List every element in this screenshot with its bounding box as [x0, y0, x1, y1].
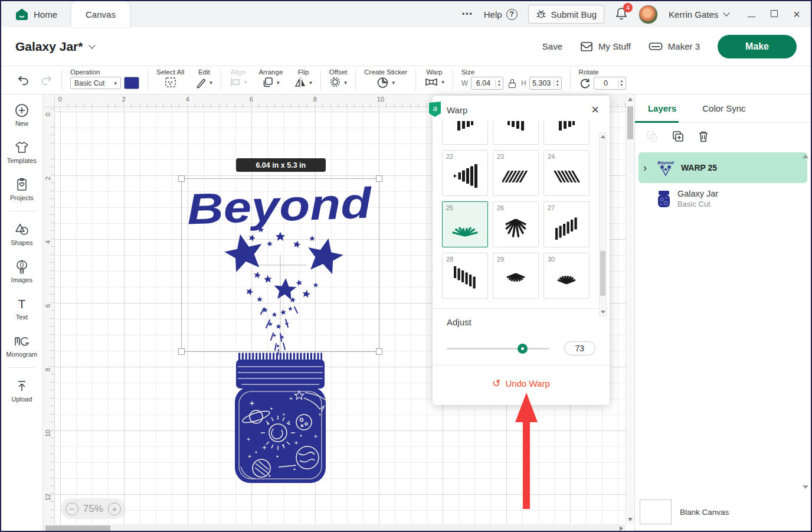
monogram-icon [13, 334, 31, 349]
undo-icon[interactable] [17, 74, 30, 86]
height-step-down[interactable]: ▼ [554, 83, 561, 87]
warp-style-tile-22[interactable]: 22 [442, 150, 488, 196]
warp-style-tile-partial[interactable] [442, 121, 488, 145]
adjust-slider-thumb[interactable] [518, 344, 528, 354]
tab-layers[interactable]: Layers [635, 94, 689, 122]
project-title-menu[interactable]: Galaxy Jar* [15, 40, 94, 54]
trash-icon[interactable] [698, 130, 709, 143]
hscroll-thumb[interactable] [45, 526, 110, 532]
help-button[interactable]: Help ? [484, 9, 518, 20]
select-all-icon [164, 77, 177, 89]
arrange-button[interactable]: Arrange ▾ [253, 66, 289, 94]
edit-button[interactable]: Edit ▾ [190, 66, 218, 94]
operation-select[interactable]: Basic Cut ▾ [70, 77, 121, 89]
scroll-down-arrow[interactable] [628, 518, 633, 521]
adjust-slider[interactable] [447, 348, 549, 350]
canvas-tab-label: Canvas [86, 9, 116, 19]
warp-style-tile-23[interactable]: 23 [493, 150, 539, 196]
selection-bounding-box[interactable] [181, 178, 379, 352]
sidebar-item-text[interactable]: T Text [14, 296, 30, 321]
warp-scroll-down-arrow[interactable] [601, 311, 605, 314]
make-button[interactable]: Make [718, 35, 797, 58]
selection-handle-bottom-left[interactable] [178, 348, 185, 355]
tab-home[interactable]: Home [1, 1, 71, 27]
warp-style-tile-29[interactable]: 29 [493, 253, 539, 299]
sidebar-item-new[interactable]: New [14, 103, 30, 127]
arrange-icon [262, 77, 274, 88]
tab-canvas[interactable]: Canvas [71, 1, 130, 27]
sidebar-item-shapes[interactable]: Shapes [11, 222, 32, 246]
warp-scroll-thumb[interactable] [600, 251, 605, 296]
warp-style-tile-27[interactable]: 27 [543, 201, 590, 247]
zoom-out-button[interactable]: − [66, 502, 78, 515]
warp-button[interactable]: Warp ▾ [418, 66, 450, 94]
save-button[interactable]: Save [542, 41, 562, 51]
selection-handle-bottom-right[interactable] [376, 348, 382, 355]
submit-bug-button[interactable]: Submit Bug [528, 5, 605, 24]
more-menu-button[interactable]: ••• [462, 10, 473, 18]
scroll-up-arrow[interactable] [628, 97, 633, 101]
warp-grid-scrollbar[interactable] [599, 132, 607, 316]
sidebar-item-images[interactable]: Images [11, 259, 32, 283]
flip-button[interactable]: Flip ▾ [289, 66, 318, 94]
templates-icon [14, 140, 30, 155]
notifications-button[interactable]: 4 [615, 6, 628, 22]
warp-style-tile-28[interactable]: 28 [442, 253, 488, 299]
warp-panel-close-icon[interactable]: × [591, 105, 599, 115]
close-button[interactable]: × [793, 11, 800, 18]
width-step-down[interactable]: ▼ [496, 83, 503, 87]
zoom-in-button[interactable]: + [108, 502, 121, 515]
warp-scroll-up-arrow[interactable] [601, 135, 605, 138]
sidebar-item-projects[interactable]: Projects [10, 177, 34, 201]
warp-style-tile-24[interactable]: 24 [543, 150, 590, 196]
width-input[interactable] [472, 79, 495, 87]
user-menu[interactable]: Kerrin Gates [669, 9, 729, 19]
minimize-button[interactable] [748, 9, 755, 19]
warp-icon [424, 77, 438, 87]
maximize-button[interactable] [771, 9, 778, 19]
warp-style-tile-26[interactable]: 26 [493, 201, 539, 247]
select-all-button[interactable]: Select All [150, 66, 190, 94]
canvas-vertical-scrollbar[interactable] [626, 94, 634, 524]
my-stuff-button[interactable]: My Stuff [580, 41, 631, 53]
duplicate-icon[interactable] [672, 130, 685, 143]
flip-icon [294, 77, 306, 88]
selection-handle-top-left[interactable] [178, 175, 185, 182]
layer-row-galaxy-jar[interactable]: Galaxy Jar Basic Cut [639, 183, 807, 214]
rotate-step-up[interactable]: ▲ [618, 79, 626, 83]
layer-row-warp25[interactable]: › Beyond WARP 25 [639, 152, 807, 183]
selection-handle-top-right[interactable] [376, 175, 382, 182]
tab-color-sync[interactable]: Color Sync [689, 94, 758, 122]
expand-chevron-icon[interactable]: › [643, 162, 650, 174]
warp-style-tile-25-selected[interactable]: 25 [442, 201, 488, 247]
layers-scroll-up-arrow[interactable] [803, 155, 808, 158]
width-step-up[interactable]: ▲ [496, 79, 503, 83]
canvas-horizontal-scrollbar[interactable] [43, 524, 626, 532]
redo-icon[interactable] [40, 74, 53, 86]
height-input[interactable] [530, 79, 554, 87]
blank-canvas-swatch[interactable] [640, 500, 672, 524]
create-sticker-button[interactable]: Create Sticker ▾ [358, 66, 413, 94]
warp-style-tile-30[interactable]: 30 [543, 253, 590, 299]
blank-canvas-label: Blank Canvas [680, 508, 729, 517]
height-step-up[interactable]: ▲ [554, 79, 561, 83]
size-lock-button[interactable] [506, 77, 518, 90]
rotate-icon[interactable] [579, 77, 591, 89]
layers-scroll-down-arrow[interactable] [803, 485, 808, 489]
vscroll-thumb[interactable] [627, 106, 633, 139]
scroll-right-arrow[interactable] [620, 526, 623, 531]
rotate-input[interactable] [594, 79, 618, 87]
blank-canvas-row[interactable]: Blank Canvas [635, 494, 811, 530]
sidebar-item-monogram[interactable]: Monogram [6, 334, 38, 358]
avatar[interactable] [639, 5, 658, 24]
sidebar-item-upload[interactable]: Upload [11, 378, 32, 403]
warp-style-tile-partial[interactable] [493, 121, 539, 145]
adjust-value[interactable]: 73 [564, 341, 595, 355]
toolbar: Operation Basic Cut ▾ Select All Edit [1, 66, 811, 94]
machine-select[interactable]: Maker 3 [649, 41, 700, 52]
warp-style-tile-partial[interactable] [543, 121, 590, 145]
sidebar-item-templates[interactable]: Templates [7, 140, 37, 164]
color-swatch[interactable] [124, 77, 139, 89]
rotate-step-down[interactable]: ▼ [618, 83, 626, 87]
offset-button[interactable]: Offset ▾ [323, 66, 353, 94]
